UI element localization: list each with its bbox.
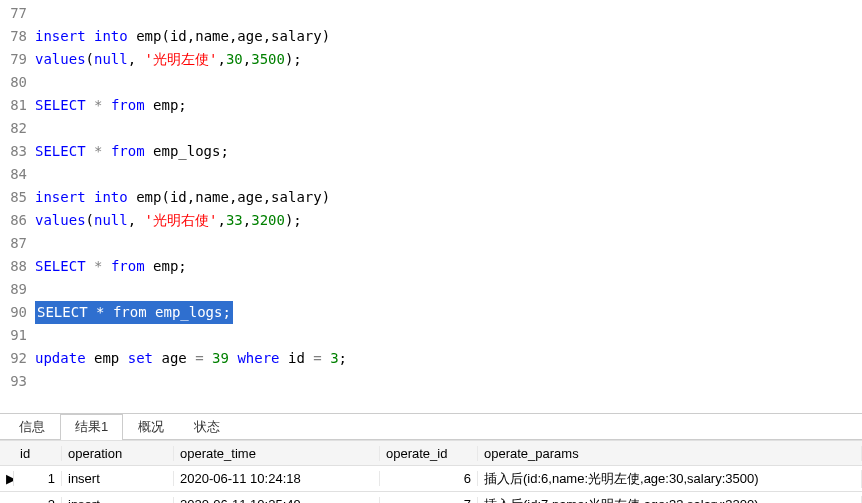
token-punct: ;: [178, 258, 186, 274]
cell-id[interactable]: 1: [14, 471, 62, 486]
token-punct: ;: [222, 304, 230, 320]
cell-operate-params[interactable]: 插入后(id:7,name:光明左使,age:33,salary:3200): [478, 496, 862, 504]
token-ident: emp_logs: [153, 143, 220, 159]
token-punct: ): [322, 189, 330, 205]
line-number: 77: [0, 2, 27, 25]
line-number: 89: [0, 278, 27, 301]
cell-operation[interactable]: insert: [62, 497, 174, 503]
code-line[interactable]: values(null, '光明左使',30,3500);: [35, 48, 862, 71]
sql-editor[interactable]: 7778798081828384858687888990919293 inser…: [0, 0, 862, 393]
tab-3[interactable]: 状态: [179, 414, 235, 440]
token-kw: insert: [35, 189, 86, 205]
cell-operation[interactable]: insert: [62, 471, 174, 486]
selected-text[interactable]: SELECT * from emp_logs;: [35, 301, 233, 324]
token-kw: null: [94, 51, 128, 67]
code-line[interactable]: [35, 71, 862, 94]
line-number: 82: [0, 117, 27, 140]
col-header-operate-params[interactable]: operate_params: [478, 446, 862, 461]
token-op: *: [96, 304, 104, 320]
token-kw: values: [35, 51, 86, 67]
token-ident: name: [195, 28, 229, 44]
line-number-gutter: 7778798081828384858687888990919293: [0, 2, 35, 393]
token-str: '光明左使': [145, 51, 218, 67]
token-kw: from: [111, 143, 145, 159]
table-row[interactable]: 2insert2020-06-11 10:25:497插入后(id:7,name…: [0, 492, 862, 503]
token-op: =: [313, 350, 321, 366]
token-punct: (: [86, 212, 94, 228]
tab-0[interactable]: 信息: [4, 414, 60, 440]
code-line[interactable]: insert into emp(id,name,age,salary): [35, 186, 862, 209]
col-header-id[interactable]: id: [14, 446, 62, 461]
token-kw: from: [111, 258, 145, 274]
token-kw: SELECT: [35, 143, 86, 159]
code-line[interactable]: [35, 370, 862, 393]
token-punct: ,: [263, 28, 271, 44]
token-kw: into: [94, 189, 128, 205]
token-ident: id: [170, 189, 187, 205]
cell-operate-params[interactable]: 插入后(id:6,name:光明左使,age:30,salary:3500): [478, 470, 862, 488]
token-punct: ;: [293, 212, 301, 228]
token-str: '光明右使': [145, 212, 218, 228]
line-number: 92: [0, 347, 27, 370]
col-header-operation[interactable]: operation: [62, 446, 174, 461]
code-line[interactable]: SELECT * from emp_logs;: [35, 140, 862, 163]
col-header-operate-time[interactable]: operate_time: [174, 446, 380, 461]
token-punct: ,: [243, 212, 251, 228]
code-line[interactable]: update emp set age = 39 where id = 3;: [35, 347, 862, 370]
code-line[interactable]: [35, 278, 862, 301]
token-punct: ,: [187, 189, 195, 205]
cell-operate-time[interactable]: 2020-06-11 10:25:49: [174, 497, 380, 503]
code-line[interactable]: [35, 2, 862, 25]
token-kw: values: [35, 212, 86, 228]
token-kw: update: [35, 350, 86, 366]
code-line[interactable]: values(null, '光明右使',33,3200);: [35, 209, 862, 232]
code-line[interactable]: [35, 117, 862, 140]
code-line[interactable]: SELECT * from emp;: [35, 94, 862, 117]
token-punct: ,: [187, 28, 195, 44]
token-ident: salary: [271, 189, 322, 205]
tab-2[interactable]: 概况: [123, 414, 179, 440]
code-line[interactable]: SELECT * from emp_logs;: [35, 301, 862, 324]
token-ident: emp: [136, 189, 161, 205]
line-number: 81: [0, 94, 27, 117]
token-ident: emp: [136, 28, 161, 44]
code-area[interactable]: insert into emp(id,name,age,salary)value…: [35, 2, 862, 393]
col-header-operate-id[interactable]: operate_id: [380, 446, 478, 461]
token-kw: SELECT: [35, 258, 86, 274]
table-header-row: id operation operate_time operate_id ope…: [0, 440, 862, 466]
code-line[interactable]: SELECT * from emp;: [35, 255, 862, 278]
code-line[interactable]: [35, 324, 862, 347]
token-num: 3200: [251, 212, 285, 228]
token-ident: id: [288, 350, 305, 366]
row-marker[interactable]: ▶: [0, 471, 14, 486]
token-num: 39: [212, 350, 229, 366]
token-ident: emp: [153, 97, 178, 113]
tab-1[interactable]: 结果1: [60, 414, 123, 440]
code-line[interactable]: [35, 163, 862, 186]
token-kw: SELECT: [35, 97, 86, 113]
line-number: 80: [0, 71, 27, 94]
token-punct: (: [86, 51, 94, 67]
token-kw: from: [113, 304, 147, 320]
token-punct: ;: [293, 51, 301, 67]
token-punct: ,: [128, 51, 136, 67]
line-number: 91: [0, 324, 27, 347]
token-punct: ;: [178, 97, 186, 113]
token-kw: insert: [35, 28, 86, 44]
cell-operate-id[interactable]: 6: [380, 471, 478, 486]
code-line[interactable]: insert into emp(id,name,age,salary): [35, 25, 862, 48]
token-num: 30: [226, 51, 243, 67]
token-num: 33: [226, 212, 243, 228]
table-row[interactable]: ▶1insert2020-06-11 10:24:186插入后(id:6,nam…: [0, 466, 862, 492]
cell-id[interactable]: 2: [14, 497, 62, 503]
cell-operate-time[interactable]: 2020-06-11 10:24:18: [174, 471, 380, 486]
token-ident: emp_logs: [155, 304, 222, 320]
code-line[interactable]: [35, 232, 862, 255]
token-kw: SELECT: [37, 304, 88, 320]
line-number: 87: [0, 232, 27, 255]
cell-operate-id[interactable]: 7: [380, 497, 478, 503]
token-punct: ,: [263, 189, 271, 205]
token-punct: ;: [339, 350, 347, 366]
token-ident: age: [237, 28, 262, 44]
line-number: 85: [0, 186, 27, 209]
